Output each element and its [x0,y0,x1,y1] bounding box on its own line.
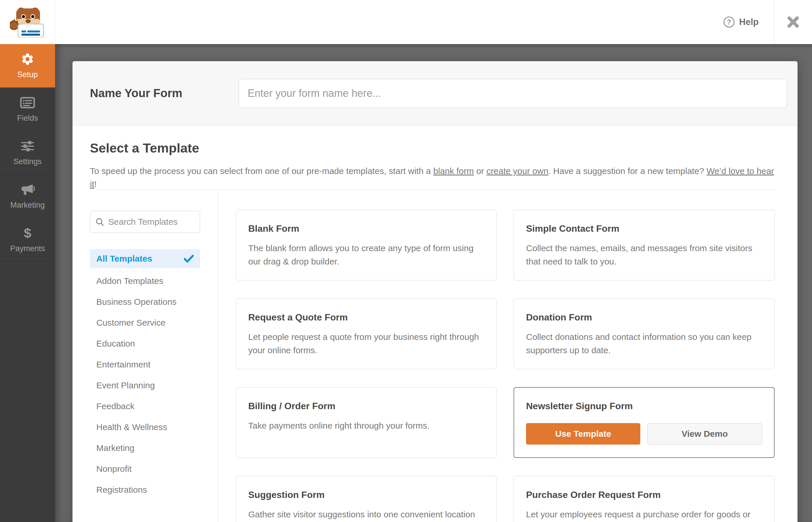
sidebar-item-label: Settings [13,157,42,166]
create-your-own-link[interactable]: create your own [486,166,548,176]
megaphone-icon [20,183,35,197]
category-item[interactable]: Health & Wellness [90,417,200,438]
template-cards-column: Blank Form The blank form allows you to … [218,190,775,522]
sidebar-item-setup[interactable]: Setup [0,44,55,87]
category-item[interactable]: Nonprofit [90,459,200,479]
category-all-templates[interactable]: All Templates [90,249,200,268]
check-icon [184,255,194,263]
template-card-newsletter-signup-form[interactable]: Newsletter Signup Form Use Template View… [513,387,775,458]
select-template-title: Select a Template [90,141,780,156]
category-item[interactable]: Business Operations [90,292,200,312]
template-card-request-a-quote-form[interactable]: Request a Quote Form Let people request … [236,298,497,369]
builder-main-area: Name Your Form Select a Template To spee… [55,44,812,522]
template-card-simple-contact-form[interactable]: Simple Contact Form Collect the names, e… [513,210,775,280]
template-card-description: Let people request a quote from your bus… [248,330,484,357]
template-card-suggestion-form[interactable]: Suggestion Form Gather site visitor sugg… [236,476,497,522]
sidebar-item-marketing[interactable]: Marketing [0,175,55,218]
intro-text: To speed up the process you can select f… [90,166,433,176]
wpforms-logo [0,0,55,44]
gear-icon [21,52,35,66]
help-button[interactable]: ? Help [709,0,774,44]
template-card-title: Billing / Order Form [248,401,484,411]
sidebar-item-label: Payments [10,244,45,253]
template-card-blank-form[interactable]: Blank Form The blank form allows you to … [236,210,497,280]
fields-icon [20,96,35,109]
template-card-title: Request a Quote Form [248,312,484,323]
close-button[interactable] [774,0,812,44]
question-icon: ? [724,17,735,27]
use-template-button[interactable]: Use Template [526,423,640,445]
template-card-purchase-order-request-form[interactable]: Purchase Order Request Form Let your emp… [513,476,775,522]
template-browser: All Templates Addon Templates Business O… [90,189,775,522]
wpforms-bear-logo-icon [10,7,45,37]
template-card-description: Gather site visitor suggestions into one… [248,508,484,522]
category-item[interactable]: Addon Templates [90,270,200,292]
template-card-description: Let your employees request a purchase or… [526,508,762,522]
template-card-donation-form[interactable]: Donation Form Collect donations and cont… [513,298,775,369]
category-item[interactable]: Entertainment [90,354,200,375]
category-item[interactable]: Education [90,333,200,354]
form-name-input[interactable] [239,79,787,108]
intro-text: ! [94,179,97,189]
category-item[interactable]: Registrations [90,479,200,500]
template-card-title: Purchase Order Request Form [526,489,762,500]
category-item[interactable]: Marketing [90,438,200,459]
name-your-form-title: Name Your Form [90,87,239,100]
sidebar-item-label: Fields [17,114,38,123]
template-card-billing-order-form[interactable]: Billing / Order Form Take payments onlin… [236,387,497,458]
sidebar-item-label: Marketing [11,201,45,210]
template-card-grid: Blank Form The blank form allows you to … [236,210,775,522]
template-card-description: Collect the names, emails, and messages … [526,242,762,268]
category-list: All Templates Addon Templates Business O… [90,249,218,500]
intro-text: or [474,166,486,176]
blank-form-link[interactable]: blank form [433,166,474,176]
sidebar-item-label: Setup [17,70,38,79]
template-card-description: Take payments online right through your … [248,419,484,433]
close-icon [787,16,799,28]
builder-sidebar: Setup Fields Settings [0,44,55,522]
select-template-intro: To speed up the process you can select f… [90,164,780,190]
search-templates-input[interactable] [108,217,195,227]
sidebar-item-settings[interactable]: Settings [0,131,55,175]
category-item[interactable]: Customer Service [90,312,200,333]
search-templates-box[interactable] [90,211,200,233]
template-card-title: Newsletter Signup Form [526,401,762,411]
intro-text: . Have a suggestion for a new template? [548,166,707,176]
template-card-title: Blank Form [248,223,484,234]
setup-panel: Name Your Form Select a Template To spee… [73,61,797,522]
template-card-description: The blank form allows you to create any … [248,242,484,268]
template-card-title: Simple Contact Form [526,223,762,234]
sidebar-item-payments[interactable]: $ Payments [0,218,55,262]
sliders-icon [20,139,35,153]
template-card-title: Donation Form [526,312,762,323]
category-label: All Templates [96,254,184,264]
category-item[interactable]: Event Planning [90,375,200,396]
sidebar-item-fields[interactable]: Fields [0,87,55,131]
view-demo-button[interactable]: View Demo [647,423,762,445]
top-header: ? Help [0,0,812,44]
template-card-title: Suggestion Form [248,489,484,500]
template-card-actions: Use Template View Demo [526,423,762,445]
search-icon [96,218,104,226]
template-card-description: Collect donations and contact informatio… [526,330,762,357]
name-your-form-section: Name Your Form [73,61,797,125]
category-item[interactable]: Feedback [90,396,200,417]
select-template-header: Select a Template To speed up the proces… [73,125,797,190]
dollar-icon: $ [24,226,31,240]
help-label: Help [739,17,759,27]
template-categories-column: All Templates Addon Templates Business O… [90,190,218,522]
